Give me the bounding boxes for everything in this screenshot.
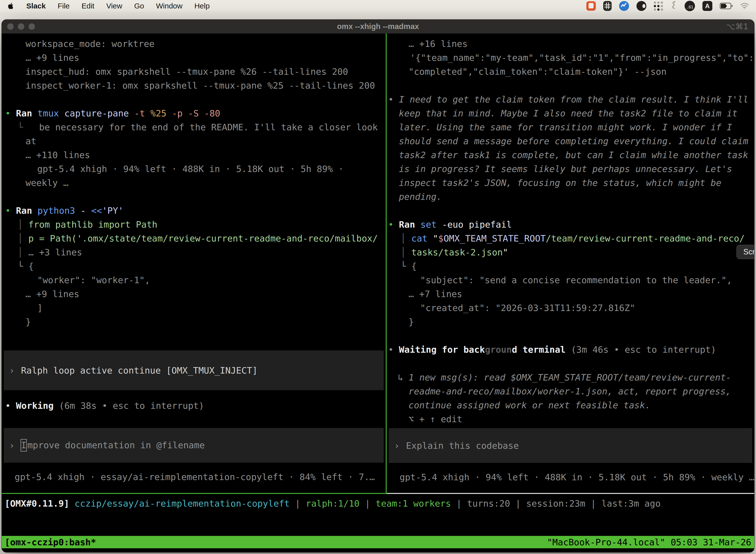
prompt-chevron: › [394,441,399,451]
menu-status-icons: ..61 A [586,1,749,11]
terminal-line: ⌥ + ↑ edit [387,412,754,426]
terminal-line: is in progress? It seems likely but perh… [387,162,754,176]
agent-input-right[interactable]: ›Explain this codebase [389,428,752,463]
menu-item-edit[interactable]: Edit [82,2,94,10]
ralph-loop-banner: ›Ralph loop active continue [OMX_TMUX_IN… [4,350,384,390]
menu-bar: Slack FileEditViewGoWindowHelp ..61 A [0,0,756,12]
terminal-line: inspect_worker-1: omx sparkshell --tmux-… [2,79,386,93]
terminal-line: [OMX#0.11.9] cczip/essay/ai-reimplementa… [5,497,754,510]
battery-percent-badge[interactable]: ..61 [685,1,695,11]
menu-item-file[interactable]: File [58,2,69,10]
window-shortcut-hint: ⌥⌘1 [726,22,748,31]
pane-worker[interactable]: … +16 lines'{"team_name":"my-team","task… [387,34,754,494]
terminal-line: '{"team_name":"my-team","task_id":"1","f… [387,51,754,65]
window-title: omx --xhigh --madmax [2,22,754,31]
terminal-blank-line [387,79,754,93]
apple-menu-icon[interactable] [7,2,14,10]
battery-icon[interactable] [720,3,733,9]
menu-item-help[interactable]: Help [194,2,210,10]
agent-input-left[interactable]: ›Improve documentation in @filename [4,428,384,463]
terminal-line: "completed","claim_token":"claim-token"}… [387,65,754,79]
terminal-line: "worker": "worker-1", [2,273,386,287]
terminal-line: │ … +3 lines [2,245,386,259]
tmux-panes: workspace_mode: worktree… +9 linesinspec… [2,34,754,494]
terminal-line: • Waiting for background terminal (3m 46… [387,343,754,357]
menu-item-view[interactable]: View [106,2,122,10]
menu-item-app[interactable]: Slack [26,2,46,10]
terminal-line: } [2,315,386,329]
terminal-line: weekly … [2,176,386,190]
terminal-line: │ p = Path('.omx/state/team/review-curre… [2,232,386,245]
terminal-cursor: I [20,439,27,451]
tooltip-text: Scre [743,247,755,257]
tmux-host-clock: "MacBook-Pro-44.local" 05:03 31-Mar-26 [547,537,751,547]
terminal-line: continue assigned work or next feasible … [387,398,754,412]
tmux-session-name[interactable]: [omx-cczip0:bash* [5,537,96,547]
terminal-line: "subject": "send a concise recommendatio… [387,273,754,287]
terminal-blank-line [2,93,386,107]
terminal-blank-line [387,329,754,343]
input-placeholder: Explain this codebase [406,441,519,451]
input-placeholder: Improve documentation in @filename [21,439,205,451]
pane-hud-output: workspace_mode: worktree… +9 linesinspec… [2,37,386,329]
prompt-chevron: › [9,365,15,376]
terminal-line: • I need to get the claim token from the… [387,93,754,107]
working-status-line: • Working (6m 38s • esc to interrupt) [2,399,386,413]
terminal-line: keep that in mind. Maybe I also need the… [387,107,754,120]
terminal-line: readme-and-reco/mailbox/worker-1.json, a… [387,384,754,398]
terminal-line: ↳ 1 new msg(s): read $OMX_TEAM_STATE_ROO… [387,371,754,384]
terminal-line: workspace_mode: worktree [2,37,386,51]
terminal-blank-line [387,204,754,218]
terminal-line: … +7 lines [387,287,754,301]
tmux-status-bar: [omx-cczip0:bash* "MacBook-Pro-44.local"… [2,536,754,548]
terminal-line: │ from pathlib import Path [2,218,386,232]
menu-item-go[interactable]: Go [134,2,144,10]
terminal-line: └ be necessary for the end of the README… [2,120,386,134]
model-status-right: gpt-5.4 xhigh · 94% left · 488K in · 5.1… [387,470,754,484]
shield-grid-icon[interactable] [603,1,612,11]
terminal-line: … +16 lines [387,37,754,51]
terminal-line: } [387,315,754,329]
terminal-line: • Ran set -euo pipefail [387,218,754,232]
terminal-line: ] [2,301,386,315]
terminal-line: should send a message before completing … [387,134,754,148]
terminal-line: at [2,134,386,148]
terminal-line: gpt-5.4 xhigh · 94% left · 488K in · 5.1… [2,162,386,176]
wifi-icon[interactable] [740,2,749,9]
terminal-line: • Ran tmux capture-pane -t %25 -p -S -80 [2,107,386,120]
terminal-line: task2 after task1 is complete, but can I… [387,148,754,162]
pane-hud[interactable]: workspace_mode: worktree… +9 linesinspec… [2,34,386,494]
terminal-line: inspect_hud: omx sparkshell --tmux-pane … [2,65,386,79]
terminal-line: … +9 lines [2,51,386,65]
pane-worker-output: … +16 lines'{"team_name":"my-team","task… [387,37,754,426]
terminal-line: • Working (6m 38s • esc to interrupt) [2,399,386,413]
menu-item-window[interactable]: Window [156,2,183,10]
terminal-line: … +110 lines [2,148,386,162]
terminal-line: inspect task2's JSON, focusing on the st… [387,176,754,190]
terminal-window: omx --xhigh --madmax ⌥⌘1 workspace_mode:… [1,19,755,553]
menu-left: Slack FileEditViewGoWindowHelp [7,2,209,10]
terminal-line: pending. [387,190,754,204]
terminal-line: "created_at": "2026-03-31T11:59:27.816Z" [387,301,754,315]
terminal-line: │ tasks/task-2.json" [387,245,754,259]
dots-grid-icon[interactable] [654,1,663,11]
window-title-bar[interactable]: omx --xhigh --madmax ⌥⌘1 [2,19,754,34]
menu-items: FileEditViewGoWindowHelp [58,2,209,10]
prompt-chevron: › [9,440,15,450]
terminal-line: • Ran python3 - <<'PY' [2,204,386,218]
record-icon[interactable] [636,1,646,11]
terminal-line: │ cat "$OMX_TEAM_STATE_ROOT/team/review-… [387,232,754,245]
terminal-line: … +9 lines [2,287,386,301]
screenshot-app-icon[interactable] [586,1,596,11]
dragon-icon[interactable] [671,1,677,11]
analytics-icon[interactable] [619,1,629,11]
model-status-left: gpt-5.4 xhigh · essay/ai-reimplementatio… [2,470,386,484]
terminal-line: └ { [2,259,386,273]
ralph-loop-text: Ralph loop active continue [OMX_TMUX_INJ… [21,365,258,376]
terminal-blank-line [2,190,386,204]
terminal-line: later. Using the same for transition mig… [387,120,754,134]
screen-tooltip: Scre [737,245,755,259]
omx-session-status-bar: [OMX#0.11.9] cczip/essay/ai-reimplementa… [2,497,754,510]
input-source-badge[interactable]: A [702,1,712,11]
terminal-line: └ { [387,259,754,273]
